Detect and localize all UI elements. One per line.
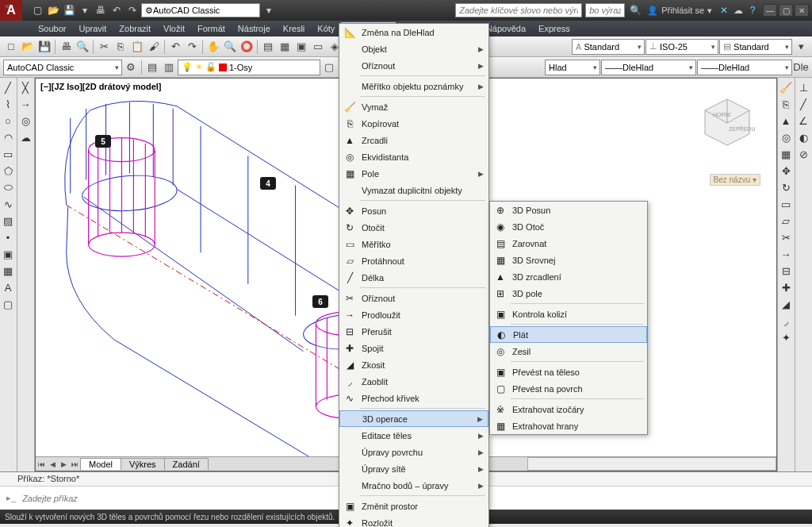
explode-icon[interactable]: ✦: [778, 329, 794, 345]
open-icon[interactable]: 📂: [46, 3, 60, 17]
dim-dia-icon[interactable]: ⊘: [795, 146, 811, 162]
tb-style-icon[interactable]: ▾: [793, 39, 809, 55]
tb-dc-icon[interactable]: ▦: [277, 39, 293, 55]
menu-item-vymazat-duplicitní-objekty[interactable]: Vymazat duplicitní objekty: [339, 182, 488, 198]
menu-item-rozložit[interactable]: ✦Rozložit: [339, 514, 488, 527]
save-icon[interactable]: 💾: [62, 3, 76, 17]
hatch-icon[interactable]: ▨: [0, 213, 16, 229]
tab-model[interactable]: Model: [80, 458, 121, 470]
help-icon[interactable]: ?: [745, 3, 760, 17]
tb-redo-icon[interactable]: ↷: [184, 39, 200, 55]
stretch-icon[interactable]: ▱: [778, 213, 794, 229]
exchange-icon[interactable]: ✕: [717, 3, 731, 17]
table-icon[interactable]: ▦: [0, 263, 16, 279]
tb-zoom-icon[interactable]: 🔍: [222, 39, 238, 55]
erase-icon[interactable]: 🧹: [778, 79, 794, 95]
menu-kresli[interactable]: Kresli: [277, 22, 312, 35]
dim-ali-icon[interactable]: ╱: [795, 96, 811, 112]
redo-icon[interactable]: ↷: [125, 3, 140, 17]
lt3-select[interactable]: —— DleHlad: [697, 60, 792, 75]
menu-item-editace-těles[interactable]: Editace těles▶: [339, 427, 488, 444]
menu-zobrazit[interactable]: Zobrazit: [113, 22, 157, 35]
layer-states-icon[interactable]: ▥: [161, 60, 177, 75]
menu-item-mračno-bodů-–-úpravy[interactable]: Mračno bodů – úpravy▶: [339, 477, 488, 494]
menu-item-zaoblit[interactable]: ◞Zaoblit: [339, 373, 488, 390]
tb-save-icon[interactable]: 💾: [36, 39, 52, 55]
tab-first-icon[interactable]: ⏮: [36, 458, 47, 471]
menu-item-posun[interactable]: ✥Posun: [339, 202, 488, 219]
copy-icon[interactable]: ⎘: [778, 96, 794, 112]
textstyle-select[interactable]: A Standard: [572, 39, 645, 55]
dim-lin-icon[interactable]: ⊥: [795, 79, 811, 95]
menu-item-zkosit[interactable]: ◢Zkosit: [339, 356, 488, 373]
revcloud-icon[interactable]: ☁: [17, 129, 33, 145]
move-icon[interactable]: ✥: [778, 163, 794, 179]
layer-props-icon[interactable]: ▤: [144, 60, 160, 75]
tb-undo-icon[interactable]: ↶: [167, 39, 183, 55]
submenu-item-3d-posun[interactable]: ⊕3D Posun: [490, 202, 647, 218]
new-icon[interactable]: ▢: [30, 3, 44, 17]
dim-ang-icon[interactable]: ∠: [795, 113, 811, 129]
layer-select[interactable]: 💡 ☀ 🔓 1-Osy: [178, 60, 320, 75]
join-icon[interactable]: ✚: [778, 279, 794, 295]
tab-last-icon[interactable]: ⏭: [69, 458, 80, 471]
submenu-item-3d-zrcadlení[interactable]: ▲3D zrcadlení: [490, 268, 647, 285]
region-icon[interactable]: ▢: [0, 296, 16, 312]
submenu-item-3d-srovnej[interactable]: ▦3D Srovnej: [490, 252, 647, 268]
minimize-button[interactable]: —: [763, 4, 777, 17]
menu-vlozit[interactable]: Vložit: [157, 22, 191, 35]
menu-item-prodloužit[interactable]: →Prodloužit: [339, 306, 488, 323]
menu-item-protáhnout[interactable]: ▱Protáhnout: [339, 252, 488, 269]
spline-icon[interactable]: ∿: [0, 196, 16, 212]
submenu-item-kontrola-kolizí[interactable]: ▣Kontrola kolizí: [490, 306, 647, 322]
lw-btn[interactable]: Dle: [793, 60, 809, 75]
search-icon[interactable]: 🔍: [628, 3, 642, 17]
menu-format[interactable]: Formát: [191, 22, 232, 35]
rect-icon[interactable]: ▭: [0, 146, 16, 162]
maximize-button[interactable]: ▢: [779, 4, 793, 17]
submenu-item-3d-otoč[interactable]: ◉3D Otoč: [490, 218, 647, 235]
viewcube[interactable]: HORNI ZEPŘEDU: [695, 93, 759, 156]
tb-cut-icon[interactable]: ✂: [96, 39, 112, 55]
xline-icon[interactable]: ╳: [17, 79, 33, 95]
trim-icon[interactable]: ✂: [778, 229, 794, 245]
tb-match-icon[interactable]: 🖌: [146, 39, 162, 55]
offset-icon[interactable]: ◎: [778, 129, 794, 145]
submenu-item-zarovnat[interactable]: ▤Zarovnat: [490, 235, 647, 252]
cmd-close-icon[interactable]: ×: [2, 2, 13, 11]
menu-item-3d-operace[interactable]: 3D operace▶: [339, 410, 488, 427]
menu-item-objekt[interactable]: Objekt▶: [339, 40, 488, 57]
menu-item-přerušit[interactable]: ⊟Přerušit: [339, 323, 488, 340]
workspace-select[interactable]: ⚙ AutoCAD Classic: [141, 3, 260, 17]
close-button[interactable]: ✕: [795, 4, 809, 17]
menu-item-změna-na-dlehlad[interactable]: 📐Změna na DleHlad: [339, 24, 488, 40]
polygon-icon[interactable]: ⬠: [0, 163, 16, 179]
mlstyle-select[interactable]: ▤ Standard: [719, 39, 792, 55]
undo-icon[interactable]: ↶: [109, 3, 124, 17]
submenu-item-převést-na-těleso[interactable]: ▣Převést na těleso: [490, 364, 647, 380]
menu-koty[interactable]: Kóty: [311, 22, 341, 35]
menu-nastroje[interactable]: Nástroje: [232, 22, 277, 35]
fillet-icon[interactable]: ◞: [778, 313, 794, 329]
rotate-icon[interactable]: ↻: [778, 179, 794, 195]
menu-item-úpravy-sítě[interactable]: Úpravy sítě▶: [339, 460, 488, 477]
menu-item-úpravy-povrchu[interactable]: Úpravy povrchu▶: [339, 444, 488, 460]
tb-new-icon[interactable]: □: [3, 39, 19, 55]
menu-item-změnit-prostor[interactable]: ▣Změnit prostor: [339, 498, 488, 514]
tb-preview-icon[interactable]: 🔍: [75, 39, 90, 55]
tab-next-icon[interactable]: ▶: [58, 458, 69, 471]
menu-item-oříznout[interactable]: ✂Oříznout: [339, 290, 488, 306]
tb-plot-icon[interactable]: 🖶: [58, 39, 74, 55]
menu-item-vymaž[interactable]: 🧹Vymaž: [339, 98, 488, 115]
hscrollbar[interactable]: [527, 457, 776, 471]
dimstyle-select[interactable]: ⊥ ISO-25: [645, 39, 718, 55]
pline-icon[interactable]: ⌇: [0, 96, 16, 112]
tb-open-icon[interactable]: 📂: [20, 39, 36, 55]
tb-paste-icon[interactable]: 📋: [129, 39, 145, 55]
menu-item-oříznout[interactable]: Oříznout▶: [339, 57, 488, 74]
lt2-select[interactable]: —— DleHlad: [601, 60, 696, 75]
array-icon[interactable]: ▦: [778, 146, 794, 162]
menu-item-otočit[interactable]: ↻Otočit: [339, 219, 488, 236]
tb-copy-icon[interactable]: ⎘: [113, 39, 128, 55]
menu-soubor[interactable]: Soubor: [32, 22, 72, 35]
